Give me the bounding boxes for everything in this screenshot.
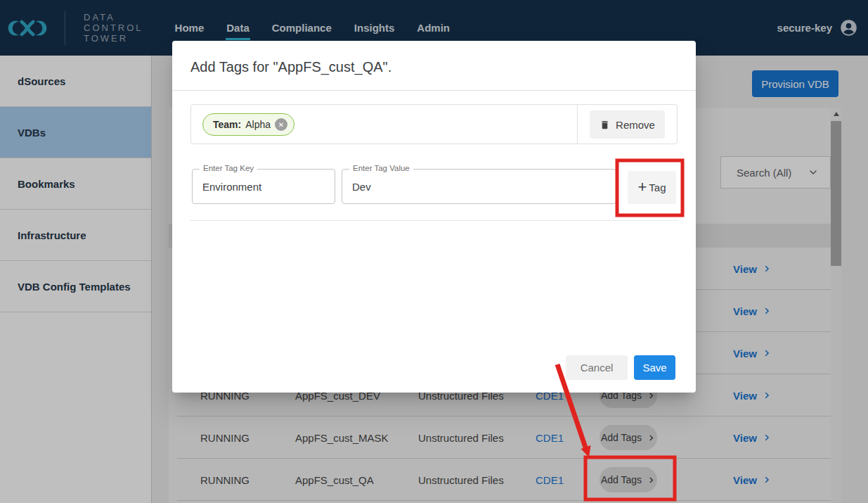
tag-chip-key: Team: <box>213 119 241 130</box>
tag-value-label: Enter Tag Value <box>349 164 413 172</box>
chip-close-icon[interactable]: ✕ <box>275 118 287 131</box>
app-root: DATA CONTROL TOWER Home Data Compliance … <box>0 0 868 503</box>
add-tags-dialog: Add Tags for "AppFS_cust_QA". Team: Alph… <box>172 41 696 393</box>
tag-key-input[interactable] <box>193 170 335 203</box>
tag-chip-team-alpha[interactable]: Team: Alpha ✕ <box>202 113 294 136</box>
plus-icon: + <box>637 179 647 195</box>
remove-tag-button[interactable]: Remove <box>590 110 665 139</box>
cancel-button[interactable]: Cancel <box>566 355 628 380</box>
save-button[interactable]: Save <box>634 355 675 380</box>
dialog-title: Add Tags for "AppFS_cust_QA". <box>172 41 696 90</box>
tag-key-field[interactable]: Enter Tag Key <box>192 169 335 204</box>
tags-container: Team: Alpha ✕ Remove <box>190 104 678 144</box>
add-tag-button[interactable]: + Tag <box>628 171 676 204</box>
tag-value-input[interactable] <box>342 170 616 203</box>
tag-value-field[interactable]: Enter Tag Value <box>342 169 616 204</box>
tagbox-divider <box>577 105 578 144</box>
fields-divider <box>190 220 678 221</box>
tag-key-label: Enter Tag Key <box>200 164 257 172</box>
trash-icon <box>600 120 610 130</box>
dialog-title-divider <box>172 90 696 91</box>
tag-chip-value: Alpha <box>245 119 271 130</box>
